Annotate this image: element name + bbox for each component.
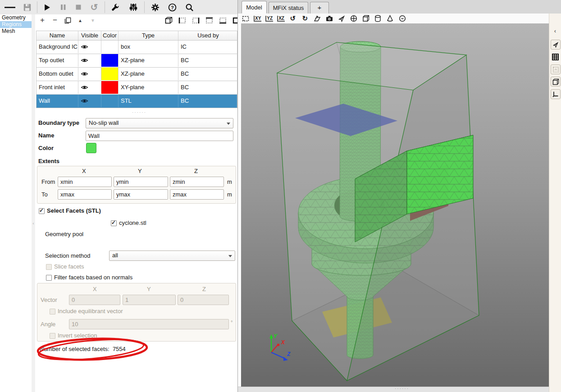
color-cell[interactable]	[101, 81, 119, 94]
region-plane-top-icon[interactable]	[204, 15, 214, 25]
visibility-cell[interactable]	[78, 95, 101, 107]
rotate-right-icon[interactable]: ↻	[301, 14, 309, 23]
nav-item-geometry[interactable]: Geometry	[0, 14, 32, 21]
tab-mfix-status[interactable]: MFiX status	[269, 2, 308, 14]
duplicate-region-icon[interactable]	[62, 15, 73, 25]
toggle-scene-box-icon[interactable]	[551, 77, 561, 87]
selection-method-select[interactable]: all	[109, 251, 235, 261]
visibility-cell[interactable]	[78, 81, 101, 94]
save-icon[interactable]	[22, 2, 32, 13]
stl-file-checkbox[interactable]	[111, 220, 117, 226]
remove-region-icon[interactable]: −	[50, 15, 60, 25]
column-header[interactable]: Name	[36, 31, 78, 40]
nav-splitter[interactable]	[32, 14, 35, 392]
visibility-cell[interactable]	[78, 54, 101, 67]
boundary-type-select[interactable]: No-slip wall	[86, 118, 233, 128]
toggle-cone-icon[interactable]	[386, 14, 394, 23]
toggle-geometry-icon[interactable]	[551, 40, 561, 50]
settings-gear-icon[interactable]	[150, 2, 160, 13]
color-cell[interactable]	[101, 41, 119, 53]
zmin-input[interactable]	[170, 177, 224, 187]
y-axis-label: Y	[274, 333, 278, 339]
view-xy-icon[interactable]: XY	[254, 16, 261, 22]
search-icon[interactable]	[184, 2, 195, 13]
pause-icon[interactable]	[58, 2, 68, 13]
column-header[interactable]: Type	[119, 31, 178, 40]
toggle-mesh-icon[interactable]	[362, 14, 370, 23]
select-facets-checkbox[interactable]	[39, 208, 45, 214]
table-row-bottom-outlet[interactable]: Bottom outlet XZ-plane BC	[36, 68, 237, 81]
color-picker-button[interactable]	[86, 143, 96, 153]
splitter-handle[interactable]: ······	[395, 386, 409, 391]
table-row-top-outlet[interactable]: Top outlet XZ-plane BC	[36, 54, 237, 68]
view-xz-icon[interactable]: XZ	[277, 16, 285, 22]
bottom-splitter-bar[interactable]: ······	[238, 387, 549, 392]
region-plane-left-icon[interactable]	[177, 15, 187, 25]
vtk-3d-viewport[interactable]: Y X Z	[241, 23, 549, 387]
toggle-time-icon[interactable]	[398, 14, 406, 23]
visibility-cell[interactable]	[78, 41, 101, 53]
table-row-front-inlet[interactable]: Front inlet XY-plane BC	[36, 81, 237, 95]
region-name-input[interactable]	[86, 131, 233, 141]
filter-normals-checkbox[interactable]	[46, 275, 52, 281]
reset-view-icon[interactable]	[242, 14, 250, 23]
region-box-icon[interactable]	[163, 15, 174, 25]
toggle-axes-icon[interactable]	[551, 89, 561, 99]
collapse-sidebar-icon[interactable]: ‹	[551, 26, 560, 35]
nav-item-regions[interactable]: Regions	[0, 21, 32, 28]
reset-icon[interactable]: ↺	[89, 2, 100, 13]
move-down-icon[interactable]: ▼	[87, 15, 98, 25]
visibility-cell[interactable]	[78, 68, 101, 80]
build-wrench-icon[interactable]	[110, 2, 121, 13]
view-yz-icon[interactable]: YZ	[265, 16, 273, 22]
stop-icon[interactable]	[73, 2, 84, 13]
chevron-down-icon	[227, 123, 230, 125]
rotate-left-icon[interactable]: ↺	[289, 14, 297, 23]
region-plane-right-icon[interactable]	[190, 15, 201, 25]
tab-add[interactable]: +	[310, 2, 329, 14]
toggle-regions-icon[interactable]	[350, 14, 358, 23]
color-swatch	[101, 95, 118, 107]
color-swatch	[101, 81, 118, 94]
toggle-grid-icon[interactable]	[551, 52, 560, 61]
zmax-input[interactable]	[170, 189, 224, 200]
nav-item-mesh[interactable]: Mesh	[0, 28, 32, 35]
move-up-icon[interactable]: ▲	[75, 15, 86, 25]
color-cell[interactable]	[101, 54, 119, 67]
toggle-geometry-icon[interactable]	[338, 14, 346, 23]
vector-x-input	[69, 295, 120, 305]
used-by-cell: BC	[178, 68, 238, 80]
column-header[interactable]: Visible	[78, 31, 101, 40]
collapse-panel-icon[interactable]: ‹	[32, 220, 35, 227]
region-plane-bottom-icon[interactable]	[217, 15, 228, 25]
run-icon[interactable]	[41, 2, 52, 13]
region-type-cell: box	[119, 41, 178, 53]
ymin-input[interactable]	[114, 177, 168, 187]
used-by-cell: BC	[178, 54, 238, 67]
toggle-regions-icon[interactable]	[551, 64, 561, 74]
scene-canvas: Y X Z	[241, 23, 549, 387]
color-cell[interactable]	[101, 95, 119, 107]
column-header[interactable]: Color	[101, 31, 119, 40]
xmax-input[interactable]	[58, 189, 112, 200]
column-header[interactable]: Used by	[178, 31, 238, 40]
panel-splitter[interactable]: ······	[132, 110, 146, 115]
screenshot-camera-icon[interactable]	[325, 14, 333, 23]
help-icon[interactable]: ?	[167, 2, 178, 13]
table-row-background-ic[interactable]: Background IC box IC	[36, 41, 237, 54]
perspective-icon[interactable]	[313, 14, 321, 23]
add-region-icon[interactable]: +	[37, 15, 48, 25]
ymax-input[interactable]	[114, 189, 168, 200]
xmin-input[interactable]	[58, 177, 112, 187]
table-row-wall-selected[interactable]: Wall STL BC	[36, 95, 237, 108]
selection-method-value: all	[112, 252, 118, 259]
extents-col-x: X	[82, 168, 86, 174]
normals-col-z: Z	[202, 286, 206, 292]
toggle-cylinder-icon[interactable]	[374, 14, 382, 23]
region-name-cell: Top outlet	[36, 54, 78, 67]
menu-icon[interactable]	[5, 2, 15, 13]
tab-model[interactable]: Model	[242, 1, 267, 14]
parameters-sliders-icon[interactable]	[128, 2, 139, 13]
color-cell[interactable]	[101, 68, 119, 80]
regions-panel: + − ▲ ▼	[35, 14, 238, 392]
